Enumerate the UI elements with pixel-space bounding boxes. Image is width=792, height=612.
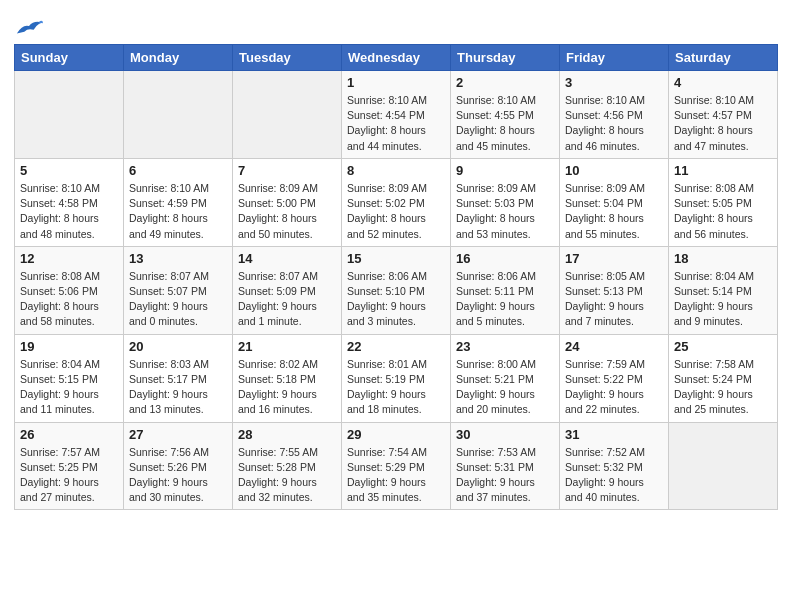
day-number: 15 (347, 251, 445, 266)
day-info: Sunrise: 8:10 AMSunset: 4:59 PMDaylight:… (129, 181, 227, 242)
calendar-cell: 25Sunrise: 7:58 AMSunset: 5:24 PMDayligh… (669, 334, 778, 422)
day-number: 9 (456, 163, 554, 178)
calendar-cell: 23Sunrise: 8:00 AMSunset: 5:21 PMDayligh… (451, 334, 560, 422)
calendar-cell: 1Sunrise: 8:10 AMSunset: 4:54 PMDaylight… (342, 71, 451, 159)
day-info: Sunrise: 8:09 AMSunset: 5:00 PMDaylight:… (238, 181, 336, 242)
day-number: 25 (674, 339, 772, 354)
day-number: 10 (565, 163, 663, 178)
calendar-cell: 18Sunrise: 8:04 AMSunset: 5:14 PMDayligh… (669, 246, 778, 334)
day-number: 26 (20, 427, 118, 442)
day-number: 1 (347, 75, 445, 90)
day-info: Sunrise: 8:04 AMSunset: 5:14 PMDaylight:… (674, 269, 772, 330)
day-info: Sunrise: 8:07 AMSunset: 5:09 PMDaylight:… (238, 269, 336, 330)
day-info: Sunrise: 8:09 AMSunset: 5:02 PMDaylight:… (347, 181, 445, 242)
weekday-header-saturday: Saturday (669, 45, 778, 71)
calendar-cell: 24Sunrise: 7:59 AMSunset: 5:22 PMDayligh… (560, 334, 669, 422)
day-info: Sunrise: 8:04 AMSunset: 5:15 PMDaylight:… (20, 357, 118, 418)
day-number: 30 (456, 427, 554, 442)
day-number: 19 (20, 339, 118, 354)
week-row-3: 12Sunrise: 8:08 AMSunset: 5:06 PMDayligh… (15, 246, 778, 334)
day-number: 5 (20, 163, 118, 178)
calendar-cell (15, 71, 124, 159)
weekday-header-thursday: Thursday (451, 45, 560, 71)
calendar-cell: 2Sunrise: 8:10 AMSunset: 4:55 PMDaylight… (451, 71, 560, 159)
day-number: 28 (238, 427, 336, 442)
week-row-1: 1Sunrise: 8:10 AMSunset: 4:54 PMDaylight… (15, 71, 778, 159)
day-number: 8 (347, 163, 445, 178)
calendar-cell: 27Sunrise: 7:56 AMSunset: 5:26 PMDayligh… (124, 422, 233, 510)
calendar-cell: 10Sunrise: 8:09 AMSunset: 5:04 PMDayligh… (560, 158, 669, 246)
day-info: Sunrise: 8:06 AMSunset: 5:10 PMDaylight:… (347, 269, 445, 330)
week-row-5: 26Sunrise: 7:57 AMSunset: 5:25 PMDayligh… (15, 422, 778, 510)
day-number: 6 (129, 163, 227, 178)
calendar-cell: 9Sunrise: 8:09 AMSunset: 5:03 PMDaylight… (451, 158, 560, 246)
day-number: 23 (456, 339, 554, 354)
day-info: Sunrise: 8:07 AMSunset: 5:07 PMDaylight:… (129, 269, 227, 330)
day-info: Sunrise: 8:10 AMSunset: 4:57 PMDaylight:… (674, 93, 772, 154)
calendar-cell: 12Sunrise: 8:08 AMSunset: 5:06 PMDayligh… (15, 246, 124, 334)
weekday-header-row: SundayMondayTuesdayWednesdayThursdayFrid… (15, 45, 778, 71)
week-row-2: 5Sunrise: 8:10 AMSunset: 4:58 PMDaylight… (15, 158, 778, 246)
day-number: 13 (129, 251, 227, 266)
header (14, 10, 778, 38)
day-number: 7 (238, 163, 336, 178)
day-info: Sunrise: 7:59 AMSunset: 5:22 PMDaylight:… (565, 357, 663, 418)
calendar-cell: 5Sunrise: 8:10 AMSunset: 4:58 PMDaylight… (15, 158, 124, 246)
day-info: Sunrise: 7:57 AMSunset: 5:25 PMDaylight:… (20, 445, 118, 506)
day-number: 16 (456, 251, 554, 266)
calendar-cell: 15Sunrise: 8:06 AMSunset: 5:10 PMDayligh… (342, 246, 451, 334)
weekday-header-tuesday: Tuesday (233, 45, 342, 71)
day-info: Sunrise: 8:05 AMSunset: 5:13 PMDaylight:… (565, 269, 663, 330)
day-info: Sunrise: 8:10 AMSunset: 4:54 PMDaylight:… (347, 93, 445, 154)
day-info: Sunrise: 8:09 AMSunset: 5:03 PMDaylight:… (456, 181, 554, 242)
day-info: Sunrise: 8:08 AMSunset: 5:06 PMDaylight:… (20, 269, 118, 330)
weekday-header-friday: Friday (560, 45, 669, 71)
day-number: 14 (238, 251, 336, 266)
day-number: 17 (565, 251, 663, 266)
calendar-cell: 11Sunrise: 8:08 AMSunset: 5:05 PMDayligh… (669, 158, 778, 246)
weekday-header-wednesday: Wednesday (342, 45, 451, 71)
calendar-cell: 17Sunrise: 8:05 AMSunset: 5:13 PMDayligh… (560, 246, 669, 334)
day-number: 3 (565, 75, 663, 90)
week-row-4: 19Sunrise: 8:04 AMSunset: 5:15 PMDayligh… (15, 334, 778, 422)
day-number: 24 (565, 339, 663, 354)
day-number: 2 (456, 75, 554, 90)
calendar-cell: 20Sunrise: 8:03 AMSunset: 5:17 PMDayligh… (124, 334, 233, 422)
calendar-cell: 30Sunrise: 7:53 AMSunset: 5:31 PMDayligh… (451, 422, 560, 510)
calendar-cell: 7Sunrise: 8:09 AMSunset: 5:00 PMDaylight… (233, 158, 342, 246)
day-info: Sunrise: 7:52 AMSunset: 5:32 PMDaylight:… (565, 445, 663, 506)
logo-bird-icon (15, 16, 43, 38)
day-info: Sunrise: 8:02 AMSunset: 5:18 PMDaylight:… (238, 357, 336, 418)
day-number: 29 (347, 427, 445, 442)
day-number: 12 (20, 251, 118, 266)
calendar-cell: 21Sunrise: 8:02 AMSunset: 5:18 PMDayligh… (233, 334, 342, 422)
calendar-cell: 8Sunrise: 8:09 AMSunset: 5:02 PMDaylight… (342, 158, 451, 246)
day-number: 22 (347, 339, 445, 354)
day-info: Sunrise: 8:00 AMSunset: 5:21 PMDaylight:… (456, 357, 554, 418)
calendar-cell: 16Sunrise: 8:06 AMSunset: 5:11 PMDayligh… (451, 246, 560, 334)
day-info: Sunrise: 8:03 AMSunset: 5:17 PMDaylight:… (129, 357, 227, 418)
day-info: Sunrise: 7:54 AMSunset: 5:29 PMDaylight:… (347, 445, 445, 506)
calendar-cell: 14Sunrise: 8:07 AMSunset: 5:09 PMDayligh… (233, 246, 342, 334)
day-number: 11 (674, 163, 772, 178)
calendar-cell (669, 422, 778, 510)
day-info: Sunrise: 8:09 AMSunset: 5:04 PMDaylight:… (565, 181, 663, 242)
calendar-cell: 28Sunrise: 7:55 AMSunset: 5:28 PMDayligh… (233, 422, 342, 510)
calendar-cell: 19Sunrise: 8:04 AMSunset: 5:15 PMDayligh… (15, 334, 124, 422)
calendar-cell: 13Sunrise: 8:07 AMSunset: 5:07 PMDayligh… (124, 246, 233, 334)
day-info: Sunrise: 7:53 AMSunset: 5:31 PMDaylight:… (456, 445, 554, 506)
day-number: 31 (565, 427, 663, 442)
day-info: Sunrise: 8:06 AMSunset: 5:11 PMDaylight:… (456, 269, 554, 330)
calendar-cell: 26Sunrise: 7:57 AMSunset: 5:25 PMDayligh… (15, 422, 124, 510)
calendar-cell: 4Sunrise: 8:10 AMSunset: 4:57 PMDaylight… (669, 71, 778, 159)
day-info: Sunrise: 8:10 AMSunset: 4:56 PMDaylight:… (565, 93, 663, 154)
day-number: 21 (238, 339, 336, 354)
calendar-cell: 6Sunrise: 8:10 AMSunset: 4:59 PMDaylight… (124, 158, 233, 246)
day-number: 4 (674, 75, 772, 90)
page: SundayMondayTuesdayWednesdayThursdayFrid… (0, 0, 792, 520)
logo-line1 (14, 14, 43, 38)
day-info: Sunrise: 7:56 AMSunset: 5:26 PMDaylight:… (129, 445, 227, 506)
day-info: Sunrise: 8:08 AMSunset: 5:05 PMDaylight:… (674, 181, 772, 242)
day-number: 27 (129, 427, 227, 442)
day-number: 20 (129, 339, 227, 354)
